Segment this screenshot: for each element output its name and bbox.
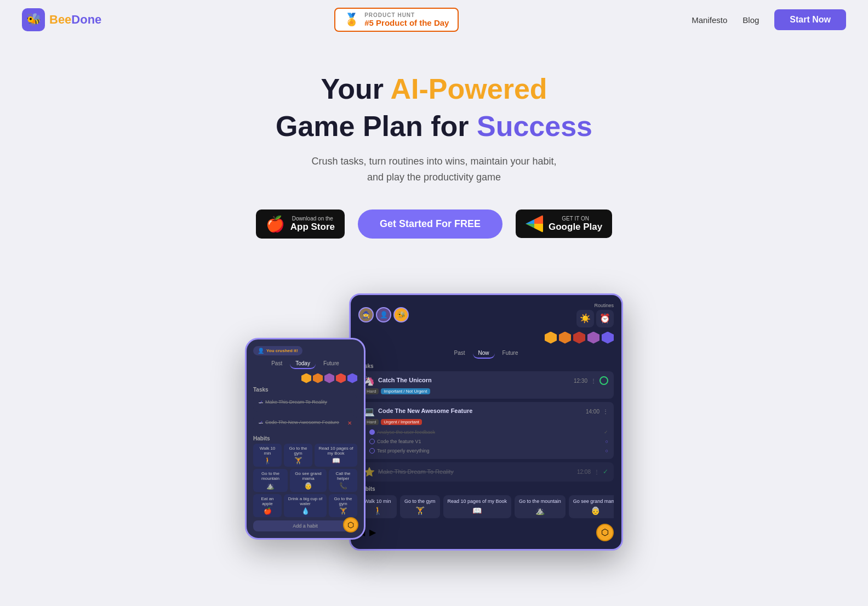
mobile-habit-helper: Call the helper 📞 bbox=[329, 469, 357, 492]
avatar-2: 👤 bbox=[376, 307, 391, 322]
mobile-habits-row2: Go to the mountain ⛰️ Go see grand mama … bbox=[253, 469, 357, 492]
subtask-circle-1 bbox=[369, 429, 375, 435]
mobile-habits-label: Habits bbox=[253, 435, 357, 441]
mobile-habit-apple: Eat an apple 🍎 bbox=[253, 494, 282, 517]
badge-5 bbox=[602, 332, 614, 344]
get-started-button[interactable]: Get Started For FREE bbox=[358, 209, 502, 239]
app-store-text: Download on the App Store bbox=[290, 216, 335, 233]
routine-btn-1[interactable]: ☀️ bbox=[576, 310, 594, 327]
mobile-task-1: ✓Make This Dream To Reality bbox=[253, 395, 357, 412]
mobile-tabs: Past Today Future bbox=[253, 359, 357, 369]
hero-subtitle: Crush tasks, turn routines into wins, ma… bbox=[11, 154, 857, 185]
gold-coin: ⬡ bbox=[343, 517, 358, 533]
badge-3 bbox=[573, 332, 585, 344]
mobile-mockup: 👤 You crushed it! Past Today Future Task… bbox=[245, 338, 366, 540]
mobile-habit-walk: Walk 10 min 🚶 bbox=[253, 444, 282, 467]
manifesto-link[interactable]: Manifesto bbox=[692, 15, 727, 25]
desktop-habit-gym: Go to the gym 🏋️ bbox=[400, 495, 440, 518]
badge-1 bbox=[545, 332, 557, 344]
routine-btn-2[interactable]: ⏰ bbox=[596, 310, 614, 327]
desktop-task-dream: ⭐ Make This Dream To Reality 12:08 ⋮ ✓ bbox=[358, 462, 614, 482]
desktop-task-unicorn: 🦄 Catch The Unicorn 12:30 ⋮ Hard Importa… bbox=[358, 371, 614, 399]
add-habit-button[interactable]: Add a habit bbox=[253, 520, 357, 531]
hero-title-line1: Your AI-Powered bbox=[11, 72, 857, 105]
desktop-habit-book: Read 10 pages of my Book 📖 bbox=[443, 495, 512, 518]
mobile-task-2: ✓Code The New Awesome Feature ✕ bbox=[253, 415, 357, 432]
subtask-circle-3 bbox=[369, 448, 375, 454]
crushed-it-label: You crushed it! bbox=[266, 348, 298, 353]
app-store-button[interactable]: 🍎 Download on the App Store bbox=[256, 209, 345, 239]
desktop-task-code: 💻 Code The New Awesome Feature 14:00 ⋮ H… bbox=[358, 402, 614, 459]
product-hunt-icon: 🏅 bbox=[344, 13, 359, 27]
avatar-bee: 🐝 bbox=[393, 307, 409, 322]
hero-title-line2: Game Plan for Success bbox=[11, 110, 857, 143]
badge-4 bbox=[587, 332, 599, 344]
mobile-tab-today[interactable]: Today bbox=[290, 359, 316, 369]
apple-icon: 🍎 bbox=[266, 215, 285, 233]
logo[interactable]: 🐝 BeeDone bbox=[22, 8, 101, 31]
product-hunt-text: PRODUCT HUNT #5 Product of the Day bbox=[364, 12, 449, 27]
mobile-habit-grandma: Go see grand mama 👵 bbox=[290, 469, 327, 492]
desktop-tab-now[interactable]: Now bbox=[473, 348, 495, 359]
mobile-habit-gym2: Go to the gym 🏋️ bbox=[329, 494, 357, 517]
mobile-habits-row3: Eat an apple 🍎 Drink a big cup of water … bbox=[253, 494, 357, 517]
desktop-habit-grandma: Go see grand mama 👵 bbox=[569, 495, 614, 518]
desktop-habits-label: Habits bbox=[358, 486, 614, 492]
desktop-avatars: 🧙 👤 🐝 bbox=[358, 307, 409, 322]
logo-text: BeeDone bbox=[49, 13, 101, 27]
product-hunt-badge[interactable]: 🏅 PRODUCT HUNT #5 Product of the Day bbox=[334, 8, 459, 32]
desktop-tab-past[interactable]: Past bbox=[449, 348, 471, 359]
desktop-mockup: 🧙 👤 🐝 Routines ☀️ ⏰ Past Now bbox=[349, 293, 623, 551]
nav-right-btn[interactable]: ▶ bbox=[369, 527, 376, 537]
start-now-button[interactable]: Start Now bbox=[774, 9, 846, 30]
mobile-tab-past[interactable]: Past bbox=[266, 359, 288, 369]
avatar-1: 🧙 bbox=[358, 307, 374, 322]
google-play-icon bbox=[526, 215, 543, 233]
desktop-tasks-label: Tasks bbox=[358, 363, 614, 369]
google-play-button[interactable]: GET IT ON Google Play bbox=[516, 209, 612, 238]
mockups-section: 👤 You crushed it! Past Today Future Task… bbox=[0, 293, 868, 551]
task-circle-1 bbox=[599, 376, 608, 385]
desktop-habit-mountain: Go to the mountain ⛰️ bbox=[515, 495, 566, 518]
routines-label: Routines bbox=[594, 303, 614, 308]
mobile-tasks-label: Tasks bbox=[253, 387, 357, 393]
mobile-habit-mountain: Go to the mountain ⛰️ bbox=[253, 469, 288, 492]
navbar: 🐝 BeeDone 🏅 PRODUCT HUNT #5 Product of t… bbox=[0, 0, 868, 39]
desktop-gold-coin: ⬡ bbox=[596, 524, 614, 541]
mobile-habit-water: Drink a big cup of water 💧 bbox=[284, 494, 327, 517]
desktop-tab-future[interactable]: Future bbox=[497, 348, 524, 359]
mobile-tab-future[interactable]: Future bbox=[318, 359, 345, 369]
cta-row: 🍎 Download on the App Store Get Started … bbox=[11, 209, 857, 239]
mobile-habit-book: Read 10 pages of my Book 📖 bbox=[315, 444, 357, 467]
blog-link[interactable]: Blog bbox=[743, 15, 759, 25]
desktop-tabs: Past Now Future bbox=[358, 348, 614, 359]
nav-links: Manifesto Blog Start Now bbox=[692, 9, 846, 30]
mobile-habits-row: Walk 10 min 🚶 Go to the gym 🏋️ Read 10 p… bbox=[253, 444, 357, 467]
hero-section: Your AI-Powered Game Plan for Success Cr… bbox=[0, 39, 868, 293]
badge-2 bbox=[559, 332, 571, 344]
logo-icon: 🐝 bbox=[22, 8, 45, 31]
google-play-text: GET IT ON Google Play bbox=[549, 216, 602, 233]
desktop-habits-row: Walk 10 min 🚶 Go to the gym 🏋️ Read 10 p… bbox=[358, 495, 614, 518]
mobile-habit-gym: Go to the gym 🏋️ bbox=[284, 444, 312, 467]
subtask-circle-2 bbox=[369, 439, 375, 444]
